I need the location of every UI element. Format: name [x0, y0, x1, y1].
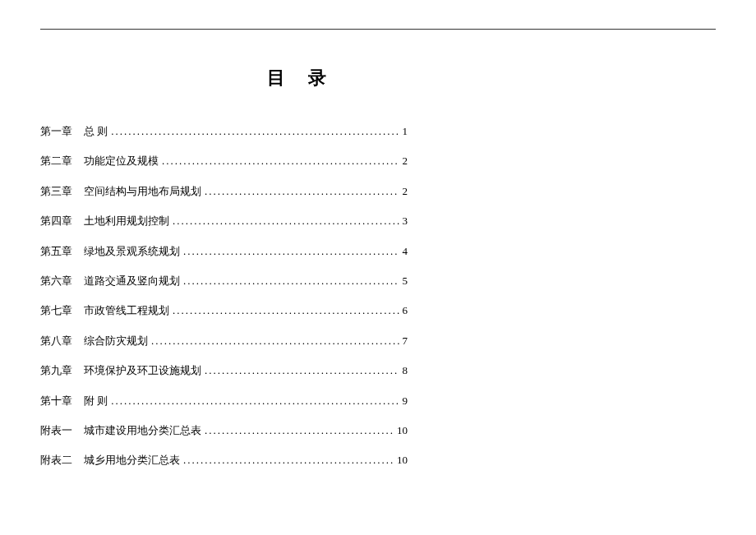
toc-label: 土地利用规划控制 — [84, 214, 169, 228]
toc-entry: 第五章绿地及景观系统规划............................… — [40, 245, 716, 259]
toc-leader-dots: ........................................… — [183, 245, 399, 259]
toc-entry: 第十章附 则..................................… — [40, 394, 716, 408]
toc-chapter: 第九章 — [40, 364, 72, 378]
toc-leader-dots: ........................................… — [173, 214, 399, 228]
toc-label: 绿地及景观系统规划 — [84, 245, 180, 259]
toc-chapter: 第十章 — [40, 394, 72, 408]
toc-title: 目录 — [40, 66, 716, 90]
toc-leader-dots: ........................................… — [183, 454, 394, 468]
toc-chapter: 第三章 — [40, 185, 72, 199]
toc-entry: 附表一城市建设用地分类汇总表..........................… — [40, 424, 716, 438]
toc-label: 功能定位及规模 — [84, 155, 159, 168]
toc-label: 综合防灾规划 — [84, 334, 148, 348]
toc-page-number: 2 — [403, 185, 717, 199]
toc-chapter: 第四章 — [40, 214, 72, 228]
toc-chapter: 第二章 — [40, 155, 72, 168]
toc-entry: 第七章市政管线工程规划.............................… — [40, 304, 716, 318]
toc-leader-dots: ........................................… — [183, 274, 399, 288]
toc-chapter: 附表二 — [40, 454, 72, 468]
toc-page-number: 8 — [403, 364, 717, 378]
toc-label: 道路交通及竖向规划 — [84, 274, 180, 288]
toc-label: 市政管线工程规划 — [84, 304, 169, 318]
toc-entry: 附表二城乡用地分类汇总表............................… — [40, 454, 716, 468]
toc-entry: 第三章空间结构与用地布局规划..........................… — [40, 185, 716, 199]
toc-label: 环境保护及环卫设施规划 — [84, 364, 201, 378]
toc-chapter: 第五章 — [40, 245, 72, 259]
toc-label: 附 则 — [84, 394, 108, 408]
toc-leader-dots: ........................................… — [151, 334, 399, 348]
toc-leader-dots: ........................................… — [205, 364, 399, 378]
toc-leader-dots: ........................................… — [205, 424, 394, 438]
toc-chapter: 第七章 — [40, 304, 72, 318]
toc-page-number: 10 — [397, 454, 716, 468]
toc-leader-dots: ........................................… — [162, 155, 399, 168]
toc-label: 城乡用地分类汇总表 — [84, 454, 180, 468]
toc-page-number: 3 — [403, 214, 717, 228]
toc-entry: 第二章功能定位及规模..............................… — [40, 155, 716, 168]
toc-entry: 第九章环境保护及环卫设施规划..........................… — [40, 364, 716, 378]
toc-page-number: 10 — [397, 424, 716, 438]
toc-page-number: 4 — [403, 245, 717, 259]
toc-container: 目录 第一章总 则...............................… — [0, 66, 756, 484]
toc-chapter: 附表一 — [40, 424, 72, 438]
toc-label: 城市建设用地分类汇总表 — [84, 424, 201, 438]
toc-label: 空间结构与用地布局规划 — [84, 185, 201, 199]
toc-entry: 第一章总 则..................................… — [40, 125, 716, 139]
toc-page-number: 1 — [403, 125, 717, 139]
toc-entry: 第四章土地利用规划控制.............................… — [40, 214, 716, 228]
horizontal-divider — [40, 29, 716, 30]
toc-list: 第一章总 则..................................… — [40, 125, 716, 468]
toc-leader-dots: ........................................… — [205, 185, 399, 199]
toc-chapter: 第八章 — [40, 334, 72, 348]
toc-leader-dots: ........................................… — [111, 125, 399, 139]
toc-page-number: 6 — [403, 304, 717, 318]
toc-leader-dots: ........................................… — [173, 304, 399, 318]
toc-page-number: 7 — [403, 334, 717, 348]
toc-label: 总 则 — [84, 125, 108, 139]
toc-leader-dots: ........................................… — [111, 394, 399, 408]
toc-chapter: 第六章 — [40, 274, 72, 288]
toc-page-number: 5 — [403, 274, 717, 288]
toc-entry: 第六章道路交通及竖向规划............................… — [40, 274, 716, 288]
toc-page-number: 2 — [403, 155, 717, 168]
toc-page-number: 9 — [403, 394, 717, 408]
toc-entry: 第八章综合防灾规划...............................… — [40, 334, 716, 348]
toc-chapter: 第一章 — [40, 125, 72, 139]
